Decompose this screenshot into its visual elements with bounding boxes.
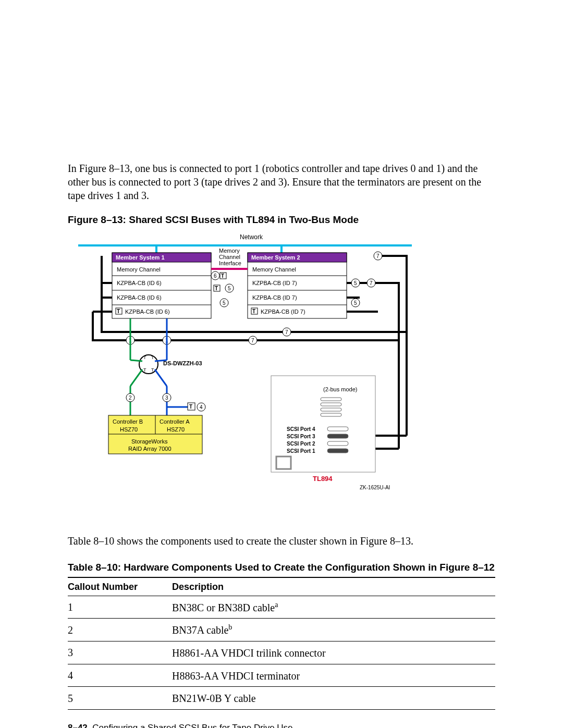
svg-text:T: T [252,309,255,314]
callout-7b: 7 [374,252,382,260]
svg-text:4: 4 [200,404,203,410]
svg-text:6: 6 [214,273,217,279]
svg-text:(2-bus mode): (2-bus mode) [323,386,357,392]
table-row: 4 H8863-AA VHDCI terminator [68,664,495,687]
svg-text:5: 5 [354,300,357,306]
hardware-table: Callout Number Description 1 BN38C or BN… [68,578,495,710]
svg-text:KZPBA-CB (ID 6): KZPBA-CB (ID 6) [117,294,162,301]
svg-text:T: T [221,273,224,279]
callout-5b: 5 [220,299,228,307]
table-row: 5 BN21W-0B Y cable [68,687,495,710]
callout-4: 4 [197,403,205,411]
svg-text:RAID Array 7000: RAID Array 7000 [128,446,172,452]
svg-text:Member System 2: Member System 2 [251,254,300,261]
svg-text:HSZ70: HSZ70 [120,426,138,433]
table-row: 1 BN38C or BN38D cablea [68,596,495,619]
svg-text:SCSI Port 2: SCSI Port 2 [287,441,315,447]
table-row: 2 BN37A cableb [68,619,495,641]
mid-paragraph: Table 8–10 shows the components used to … [68,534,495,548]
network-label: Network [240,233,263,241]
callout-6: 6 [211,272,219,280]
svg-text:Controller A: Controller A [160,418,190,425]
mci-label-1: Memory [219,248,240,254]
svg-text:KZPBA-CB (ID 7): KZPBA-CB (ID 7) [261,309,305,315]
mci-label-3: Interface [219,260,241,266]
callout-2: 2 [126,393,134,402]
svg-text:SCSI Port 4: SCSI Port 4 [287,426,315,432]
footer-title: Configuring a Shared SCSI Bus for Tape D… [92,723,292,728]
callout-7a: 7 [367,279,375,287]
t-marker-mid: T [214,285,220,291]
svg-text:KZPBA-CB (ID 7): KZPBA-CB (ID 7) [252,294,297,301]
tl894-label: TL894 [313,475,333,483]
page-footer: 8–42 Configuring a Shared SCSI Bus for T… [68,722,495,728]
svg-line-73 [155,369,167,386]
svg-text:7: 7 [251,338,254,343]
svg-text:5: 5 [354,280,357,286]
callout-7d: 7 [249,336,257,344]
tl894-box: (2-bus mode) SCSI Port 4 SCSI Port 3 SCS… [271,376,375,472]
svg-rect-106 [327,449,348,453]
svg-text:T: T [151,355,154,360]
svg-text:3: 3 [165,395,168,401]
svg-text:KZPBA-CB (ID 6): KZPBA-CB (ID 6) [125,309,170,315]
callout-3: 3 [163,393,171,402]
svg-text:SCSI Port 3: SCSI Port 3 [287,434,315,439]
intro-paragraph: In Figure 8–13, one bus is connected to … [68,162,495,202]
callout-5c: 5 [351,279,360,287]
svg-text:T: T [117,309,120,314]
svg-text:Memory Channel: Memory Channel [117,266,161,273]
svg-text:StorageWorks: StorageWorks [131,438,168,445]
svg-text:SCSI Port 1: SCSI Port 1 [287,448,315,454]
col-callout: Callout Number [68,578,172,596]
svg-rect-107 [276,456,291,469]
svg-text:5: 5 [228,286,231,291]
svg-rect-102 [327,434,348,438]
svg-text:T: T [215,286,218,291]
svg-text:Member System 1: Member System 1 [116,254,165,261]
raid-array: Controller B Controller A HSZ70 HSZ70 St… [108,415,202,454]
table-caption: Table 8–10: Hardware Components Used to … [68,561,495,574]
svg-text:2: 2 [129,395,132,401]
col-description: Description [172,578,495,596]
svg-text:KZPBA-CB (ID 7): KZPBA-CB (ID 7) [252,280,297,286]
svg-text:T: T [151,367,154,373]
t-marker-6: T [220,273,226,279]
mci-label-2: Channel [219,254,240,260]
callout-5a: 5 [225,284,234,292]
figure-id: ZK-1625U-AI [360,485,390,490]
svg-text:T: T [189,404,192,410]
svg-text:T: T [143,367,146,373]
svg-text:Controller B: Controller B [113,418,143,425]
callout-5d: 5 [351,299,360,307]
table-row: 3 H8861-AA VHDCI trilink connector [68,641,495,664]
svg-text:7: 7 [370,280,373,286]
hub-label: DS-DWZZH-03 [163,360,202,366]
svg-text:Memory Channel: Memory Channel [252,266,296,273]
svg-line-69 [130,360,142,361]
svg-text:7: 7 [285,329,288,335]
svg-text:5: 5 [223,300,226,306]
page-number: 8–42 [68,723,88,728]
figure-diagram: Network Memory Channel Interface Member … [68,230,495,525]
svg-text:KZPBA-CB (ID 6): KZPBA-CB (ID 6) [117,280,162,286]
svg-text:HSZ70: HSZ70 [167,426,185,433]
figure-caption: Figure 8–13: Shared SCSI Buses with TL89… [68,214,495,227]
member-system-2: Member System 2 Memory Channel KZPBA-CB … [248,253,347,318]
svg-text:T: T [143,355,146,360]
svg-line-71 [130,369,142,386]
member-system-1: Member System 1 Memory Channel KZPBA-CB … [112,253,211,318]
svg-text:7: 7 [376,253,380,259]
callout-7c: 7 [283,328,291,336]
